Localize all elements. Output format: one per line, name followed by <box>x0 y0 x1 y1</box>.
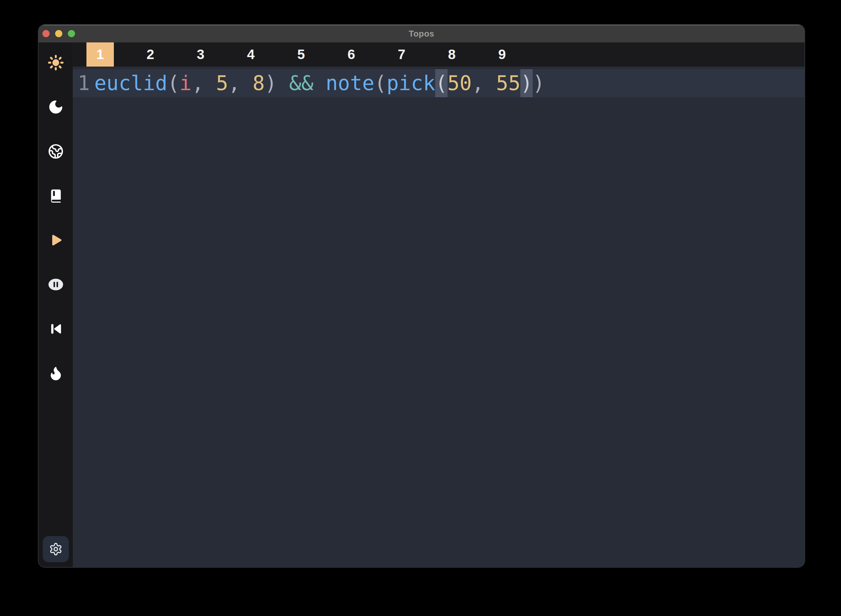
tab-6[interactable]: 6 <box>338 43 365 66</box>
traffic-lights <box>38 30 75 37</box>
code-text: euclid(i, 5, 8) && note(pick(50, 55)) <box>94 69 545 97</box>
token-punctuation: , <box>192 71 216 95</box>
window-title: Topos <box>38 29 804 39</box>
token-variable: i <box>179 71 192 95</box>
token-punctuation: ) <box>533 71 545 95</box>
token-number: 50 <box>448 71 472 95</box>
token-number: 55 <box>496 71 521 95</box>
token-function: note <box>325 71 374 95</box>
docs-button[interactable] <box>48 188 64 204</box>
tab-1[interactable]: 1 <box>86 43 114 66</box>
pause-button[interactable] <box>48 277 64 292</box>
flame-icon <box>48 365 64 381</box>
token-punctuation: ) <box>265 71 289 95</box>
sidebar <box>38 43 73 567</box>
tab-8[interactable]: 8 <box>438 43 466 66</box>
gear-icon <box>49 542 63 556</box>
titlebar: Topos <box>38 25 804 43</box>
token-number: 8 <box>252 71 265 95</box>
dark-theme-button[interactable] <box>48 99 64 115</box>
content-area: 1 2 3 4 5 6 7 8 9 1 euclid(i, 5, 8) && n… <box>73 43 804 567</box>
globe-icon <box>48 144 64 159</box>
token-number: 5 <box>216 71 228 95</box>
main-area: 1 2 3 4 5 6 7 8 9 1 euclid(i, 5, 8) && n… <box>38 43 804 567</box>
minimize-button[interactable] <box>55 30 62 37</box>
token-bracket-highlight: ( <box>435 69 447 97</box>
light-theme-button[interactable] <box>48 55 64 70</box>
token-function: euclid <box>94 71 167 95</box>
zoom-button[interactable] <box>68 30 75 37</box>
close-button[interactable] <box>42 30 50 37</box>
sun-icon <box>48 54 64 71</box>
desktop-background: Topos <box>0 0 841 616</box>
token-punctuation: , <box>229 71 253 95</box>
tab-4[interactable]: 4 <box>237 43 265 66</box>
flame-button[interactable] <box>48 365 64 381</box>
token-punctuation: ( <box>375 71 387 95</box>
tab-9[interactable]: 9 <box>488 43 516 66</box>
token-operator: && <box>289 71 325 95</box>
code-editor[interactable]: 1 euclid(i, 5, 8) && note(pick(50, 55)) <box>73 66 804 567</box>
globe-button[interactable] <box>48 144 64 159</box>
token-function: pick <box>387 71 435 95</box>
token-bracket-highlight: ) <box>520 69 532 97</box>
pause-icon <box>48 276 64 293</box>
app-window: Topos <box>38 25 804 567</box>
play-icon <box>48 231 64 249</box>
line-number: 1 <box>78 69 90 97</box>
tab-2[interactable]: 2 <box>137 43 164 66</box>
run-button[interactable] <box>48 232 64 248</box>
tab-5[interactable]: 5 <box>287 43 315 66</box>
settings-button[interactable] <box>43 536 69 562</box>
tab-bar: 1 2 3 4 5 6 7 8 9 <box>73 43 804 66</box>
skip-back-icon <box>48 321 64 337</box>
moon-icon <box>48 99 64 115</box>
code-line: 1 euclid(i, 5, 8) && note(pick(50, 55)) <box>73 69 804 97</box>
book-icon <box>48 188 63 204</box>
skip-back-button[interactable] <box>48 321 64 337</box>
tab-7[interactable]: 7 <box>388 43 415 66</box>
token-punctuation: , <box>472 71 496 95</box>
token-punctuation: ( <box>167 71 179 95</box>
tab-3[interactable]: 3 <box>187 43 214 66</box>
